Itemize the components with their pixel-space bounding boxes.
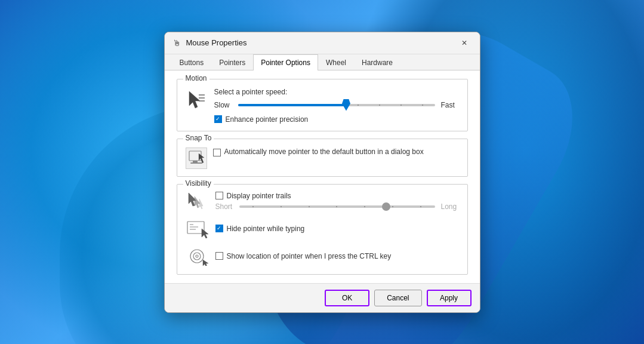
enhance-precision-checkbox[interactable] [214,115,222,123]
motion-section-label: Motion [183,74,209,82]
dialog-overlay: 🖱 Mouse Properties ✕ Buttons Pointers Po… [0,0,644,344]
trail-thumb[interactable] [382,202,390,211]
slider-fill [238,104,347,106]
visibility-section-label: Visibility [183,179,214,188]
tab-wheel[interactable]: Wheel [318,54,354,70]
dialog-title: Mouse Properties [186,38,247,47]
mouse-properties-dialog: 🖱 Mouse Properties ✕ Buttons Pointers Po… [164,32,480,313]
ok-button[interactable]: OK [325,290,369,306]
snap-to-section: Snap To Automatically move pointer to th… [177,139,468,177]
ctrl-location-label: Show location of pointer when I press th… [227,252,392,260]
snap-to-section-label: Snap To [183,134,214,142]
ctrl-location-item: Show location of pointer when I press th… [186,245,459,267]
visibility-section: Visibility Display pointer trails [177,184,468,275]
dialog-footer: OK Cancel Apply [165,283,480,312]
ctrl-location-icon [186,245,209,267]
tab-buttons[interactable]: Buttons [172,54,212,70]
tab-hardware[interactable]: Hardware [354,54,400,70]
snap-auto-label: Automatically move pointer to the defaul… [224,148,424,156]
svg-marker-1 [189,91,200,108]
enhance-precision-row: Enhance pointer precision [214,115,459,124]
svg-marker-20 [203,260,208,266]
slow-label: Slow [214,101,232,109]
trail-slider[interactable] [239,205,435,208]
motion-icon [186,88,207,113]
snap-auto-row: Automatically move pointer to the defaul… [213,148,424,156]
svg-rect-6 [193,161,198,162]
svg-rect-7 [190,162,202,164]
dialog-content: Motion [165,70,480,283]
trails-item: Display pointer trails Short [186,191,459,212]
short-label: Short [215,202,233,211]
svg-marker-16 [202,229,208,238]
svg-point-17 [190,250,204,263]
svg-point-18 [193,253,201,260]
speed-slider[interactable] [238,104,435,106]
ctrl-location-icon-svg [186,247,209,266]
hide-typing-label: Hide pointer while typing [227,225,305,233]
svg-marker-10 [195,196,200,208]
hide-typing-item: Hide pointer while typing [186,218,459,239]
trails-label: Display pointer trails [227,192,291,200]
svg-point-19 [196,255,198,257]
trail-slider-row: Short [215,202,459,211]
svg-marker-11 [199,199,203,209]
tab-bar: Buttons Pointers Pointer Options Wheel H… [165,54,480,70]
hide-typing-icon [186,218,209,239]
hide-typing-row: Hide pointer while typing [215,225,305,233]
trails-icon-svg [186,192,209,211]
motion-section: Motion [177,79,468,131]
title-bar: 🖱 Mouse Properties ✕ [165,32,480,54]
long-label: Long [441,202,459,211]
snap-to-content: Automatically move pointer to the defaul… [186,148,459,169]
cancel-button[interactable]: Cancel [374,290,421,306]
ctrl-location-row: Show location of pointer when I press th… [215,252,392,260]
speed-slider-row: Slow [214,101,459,109]
tab-pointer-options[interactable]: Pointer Options [253,54,318,70]
ctrl-location-checkbox[interactable] [215,252,223,260]
fast-label: Fast [441,101,459,109]
hide-typing-icon-svg [186,219,209,238]
speed-control: Select a pointer speed: Slow [214,88,459,124]
hide-typing-checkbox[interactable] [215,225,223,232]
pointer-speed-icon [186,90,207,112]
motion-content: Select a pointer speed: Slow [186,88,459,124]
tab-pointers[interactable]: Pointers [211,54,253,70]
snap-to-icon [188,150,205,167]
slider-thumb[interactable] [342,99,350,111]
snap-auto-checkbox[interactable] [213,149,221,156]
trail-dots [239,205,435,208]
enhance-precision-label: Enhance pointer precision [226,115,309,124]
mouse-icon: 🖱 [172,38,181,48]
snap-to-icon-box [186,148,207,169]
trails-content: Display pointer trails Short [215,192,459,211]
speed-label: Select a pointer speed: [214,88,459,96]
trails-icon [186,191,209,212]
trails-checkbox-row: Display pointer trails [215,192,459,200]
apply-button[interactable]: Apply [427,290,472,306]
close-button[interactable]: ✕ [456,37,473,49]
trails-checkbox[interactable] [215,192,223,199]
title-bar-left: 🖱 Mouse Properties [172,38,247,48]
